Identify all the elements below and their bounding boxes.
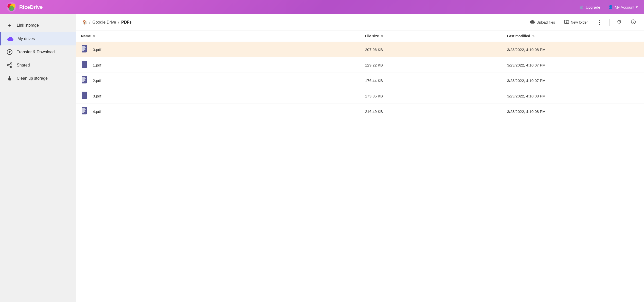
pdf-file-icon (82, 76, 89, 85)
sort-date-icon: ⇅ (532, 35, 534, 38)
file-name-cell[interactable]: 3.pdf (76, 88, 360, 104)
more-options-button[interactable]: ⋮ (595, 18, 604, 27)
file-icon (81, 107, 89, 115)
table-row[interactable]: 4.pdf 216.49 KB 3/23/2022, 4:10:08 PM (76, 104, 644, 119)
toolbar-divider (609, 19, 610, 26)
main-layout: ＋ Link storage My drives Transfer & Down… (0, 14, 644, 302)
plus-icon: ＋ (6, 22, 13, 29)
cloud-icon (7, 36, 14, 42)
breadcrumb-sep-2: / (118, 20, 119, 25)
sidebar-item-shared[interactable]: Shared (0, 59, 76, 72)
file-name: 2.pdf (93, 78, 101, 83)
sidebar-item-transfer-download[interactable]: Transfer & Download (0, 45, 76, 59)
svg-rect-21 (82, 48, 85, 49)
svg-point-3 (9, 6, 14, 11)
file-name-cell[interactable]: 0.pdf (76, 42, 360, 57)
new-folder-button[interactable]: New folder (562, 18, 590, 27)
file-table: Name ⇅ File size ⇅ Last modified ⇅ (76, 30, 644, 302)
svg-rect-41 (82, 94, 86, 94)
sidebar-label-transfer-download: Transfer & Download (17, 50, 55, 54)
logo-icon (6, 2, 17, 12)
table-row[interactable]: 3.pdf 173.85 KB 3/23/2022, 4:10:08 PM (76, 88, 644, 104)
account-icon: 👤 (608, 5, 613, 9)
file-name: 3.pdf (93, 94, 101, 98)
sidebar-item-clean-up-storage[interactable]: Clean up storage (0, 72, 76, 85)
file-date-cell: 3/23/2022, 4:10:08 PM (502, 42, 644, 57)
file-icon (81, 61, 89, 69)
breadcrumb-sep-1: / (89, 20, 90, 25)
svg-rect-40 (82, 93, 85, 93)
file-size-cell: 173.85 KB (360, 88, 502, 104)
toolbar: 🏠 / Google Drive / PDFs Upload files (76, 14, 644, 30)
file-date-cell: 3/23/2022, 4:10:08 PM (502, 88, 644, 104)
svg-rect-50 (82, 111, 85, 112)
svg-rect-23 (82, 50, 84, 51)
svg-rect-27 (82, 63, 86, 63)
sidebar-item-link-storage[interactable]: ＋ Link storage (0, 18, 76, 32)
broom-icon (6, 75, 13, 81)
home-icon[interactable]: 🏠 (82, 20, 87, 25)
info-icon (631, 19, 636, 25)
table-header-row: Name ⇅ File size ⇅ Last modified ⇅ (76, 30, 644, 42)
share-icon (6, 62, 13, 68)
new-folder-label: New folder (571, 20, 588, 24)
svg-rect-42 (82, 95, 85, 95)
pdf-file-icon (82, 45, 89, 54)
header-actions: 🛒 Upgrade 👤 My Account ▾ (579, 5, 638, 9)
file-icon (81, 76, 89, 85)
upload-icon (530, 19, 535, 25)
pdf-file-icon (82, 107, 89, 116)
breadcrumb-current: PDFs (121, 20, 132, 25)
file-name: 4.pdf (93, 109, 101, 114)
account-button[interactable]: 👤 My Account ▾ (608, 5, 638, 9)
column-header-size[interactable]: File size ⇅ (360, 30, 502, 42)
svg-rect-48 (82, 109, 86, 110)
svg-rect-34 (82, 78, 86, 79)
file-icon (81, 92, 89, 100)
table-row[interactable]: 0.pdf 207.96 KB 3/23/2022, 4:10:08 PM (76, 42, 644, 57)
table-row[interactable]: 1.pdf 129.22 KB 3/23/2022, 4:10:07 PM (76, 57, 644, 73)
info-button[interactable] (629, 18, 638, 27)
file-name-cell[interactable]: 2.pdf (76, 73, 360, 88)
refresh-icon (617, 19, 622, 25)
file-name-cell[interactable]: 4.pdf (76, 104, 360, 119)
file-name-cell[interactable]: 1.pdf (76, 57, 360, 73)
sidebar-item-my-drives[interactable]: My drives (0, 32, 76, 45)
file-date-cell: 3/23/2022, 4:10:07 PM (502, 57, 644, 73)
svg-rect-47 (82, 108, 85, 109)
upgrade-button[interactable]: 🛒 Upgrade (579, 5, 600, 9)
column-header-name[interactable]: Name ⇅ (76, 30, 360, 42)
svg-rect-19 (82, 46, 85, 47)
svg-rect-28 (82, 64, 85, 64)
svg-line-8 (9, 66, 11, 67)
svg-rect-51 (82, 112, 84, 113)
upload-files-button[interactable]: Upload files (528, 18, 557, 27)
breadcrumb: 🏠 / Google Drive / PDFs (82, 20, 132, 25)
svg-point-6 (7, 64, 9, 66)
transfer-icon (6, 49, 13, 55)
svg-rect-30 (82, 66, 84, 66)
chevron-down-icon: ▾ (636, 5, 638, 9)
file-name: 1.pdf (93, 63, 101, 67)
svg-rect-44 (82, 97, 84, 97)
sidebar-label-shared: Shared (17, 63, 30, 68)
column-header-date[interactable]: Last modified ⇅ (502, 30, 644, 42)
pdf-file-icon (82, 92, 89, 100)
app-header: RiceDrive 🛒 Upgrade 👤 My Account ▾ (0, 0, 644, 14)
svg-line-9 (9, 64, 11, 65)
svg-point-7 (10, 66, 12, 68)
svg-point-5 (10, 63, 12, 64)
upload-files-label: Upload files (536, 20, 555, 24)
sidebar-label-link-storage: Link storage (17, 23, 39, 28)
more-icon: ⋮ (597, 19, 602, 25)
file-date-cell: 3/23/2022, 4:10:07 PM (502, 73, 644, 88)
logo-text: RiceDrive (19, 4, 43, 10)
sort-size-icon: ⇅ (381, 35, 383, 38)
table-row[interactable]: 2.pdf 176.44 KB 3/23/2022, 4:10:07 PM (76, 73, 644, 88)
breadcrumb-drive[interactable]: Google Drive (92, 20, 116, 25)
svg-rect-43 (82, 96, 85, 96)
sidebar-label-clean-up-storage: Clean up storage (17, 76, 48, 81)
svg-rect-20 (82, 47, 86, 48)
sidebar-label-my-drives: My drives (17, 37, 35, 41)
refresh-button[interactable] (615, 18, 624, 27)
